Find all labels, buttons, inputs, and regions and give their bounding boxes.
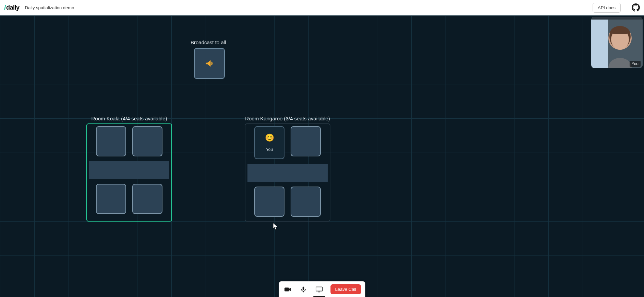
room-kangaroo-label: Room Kangaroo (3/4 seats available) [245,116,330,121]
room-kangaroo-seat-1[interactable]: 😊 You [254,126,284,159]
api-docs-button[interactable]: API docs [593,3,621,13]
room-kangaroo-table [247,164,328,182]
svg-rect-1 [591,17,608,68]
spatial-canvas[interactable]: You Broadcast to all Room Koala (4/4 sea… [0,15,644,297]
logo: / daily [4,4,20,12]
screenshare-icon [315,286,323,293]
mic-toggle-button[interactable] [299,285,308,294]
mouse-cursor-icon [273,223,279,231]
svg-rect-9 [318,292,320,292]
call-tray: Leave Call [279,281,365,297]
avatar-emoji: 😊 [265,133,274,142]
room-kangaroo-box[interactable]: 😊 You [245,123,330,222]
svg-rect-2 [591,17,643,20]
seat-participant-name: You [266,147,273,152]
megaphone-icon [205,59,214,68]
room-koala-label: Room Koala (4/4 seats available) [86,116,172,121]
broadcast-area: Broadcast to all [194,39,225,79]
broadcast-tile[interactable] [194,48,225,79]
room-koala-seat-1[interactable] [96,126,126,156]
broadcast-label: Broadcast to all [191,39,221,45]
svg-rect-5 [284,287,289,291]
room-koala: Room Koala (4/4 seats available) [86,116,172,222]
screenshare-toggle-button[interactable] [315,285,324,294]
page-title: Daily spatialization demo [25,5,74,10]
leave-call-button[interactable]: Leave Call [330,284,361,294]
camera-icon [284,286,291,293]
room-koala-seat-3[interactable] [96,184,126,214]
logo-text: daily [6,4,20,11]
room-koala-table [89,161,169,179]
self-video-tile[interactable]: You [591,17,643,68]
room-kangaroo-seat-4[interactable] [291,187,321,217]
room-kangaroo-seat-2[interactable] [291,126,321,156]
mic-icon [300,286,307,293]
room-kangaroo-seat-3[interactable] [254,187,284,217]
app-header: / daily Daily spatialization demo API do… [0,0,644,15]
self-video-label: You [630,61,641,67]
room-kangaroo: Room Kangaroo (3/4 seats available) 😊 Yo… [245,116,330,222]
camera-toggle-button[interactable] [283,285,292,294]
svg-rect-8 [316,287,322,291]
logo-slash-icon: / [4,4,6,12]
github-icon[interactable] [632,3,640,12]
room-koala-box[interactable] [86,123,172,222]
room-koala-seat-2[interactable] [132,126,162,156]
room-koala-seat-4[interactable] [132,184,162,214]
svg-rect-6 [302,286,304,290]
